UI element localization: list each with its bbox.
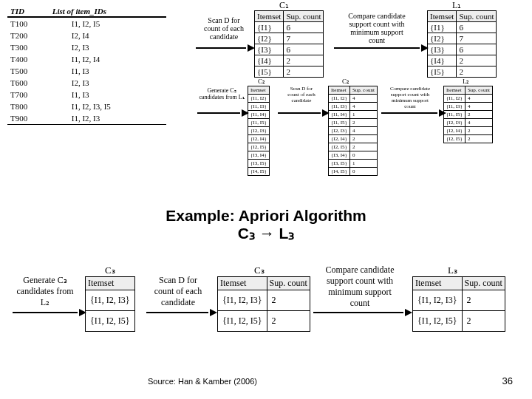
page-num: 36 [502,375,513,386]
cell: {I4} [428,55,457,66]
cell: 2 [465,135,492,143]
cell: {I2, I3} [444,119,466,127]
c1-table: ItemsetSup. count {I1}6{I2}7{I3}6{I4}2{I… [254,10,324,78]
cell: T900 [7,112,50,125]
cell: {I5} [255,66,284,78]
cell: T100 [7,17,50,30]
cell: {I3, I4} [329,151,350,160]
cell: T500 [7,65,50,77]
cell: I1, I2, I5 [50,17,166,30]
l3-h1: Sup. count [462,277,505,290]
cell: T200 [7,30,50,41]
cell: 2 [457,66,497,78]
cell: 2 [465,111,492,119]
cell: {I2, I4} [329,135,350,143]
cell: {I4, I5} [248,168,270,176]
l3-h0: Itemset [413,277,463,290]
cell: {I1, I4} [329,111,350,119]
cell: I1, I2, I3 [50,112,166,125]
cell: {I4} [255,55,284,66]
cell: {I2, I3} [329,127,350,135]
c2a-table: Itemset {I1, I2}{I1, I3}{I1, I4}{I1, I5}… [248,86,270,176]
l1-h0: Itemset [428,11,457,22]
cell: I1, I2, I4 [50,53,166,65]
cell: {I1, I2, I3} [218,290,267,311]
c2a-title: C₂ [258,78,265,85]
c3a-title: C₃ [105,265,115,276]
c3a-table: Itemset {I1, I2, I3}{I1, I2, I5} [85,276,135,332]
cell: T800 [7,100,50,112]
cell: {I1, I2, I5} [413,311,463,332]
cell: {I5} [428,66,457,78]
cell: {I1, I2} [248,95,270,103]
cell: 6 [457,22,497,33]
c1-h0: Itemset [255,11,284,22]
cell: {I1, I3} [444,103,466,111]
cell: {I2, I5} [444,135,466,143]
c3b-h1: Sup. count [267,277,310,290]
cell: {I4, I5} [329,168,350,176]
db-head-items: List of item_IDs [50,6,166,17]
source: Source: Han & Kamber (2006) [148,377,257,386]
cell: 0 [349,168,377,176]
cell: {I2, I5} [248,143,270,151]
cell: 6 [457,44,497,55]
scan-label-1: Scan D for count of each candidate [197,16,251,41]
cell: {I3} [255,44,284,55]
cell: 4 [349,95,377,103]
c3b-h0: Itemset [218,277,267,290]
cell: {I1, I5} [329,119,350,127]
cmp-label-1: Compare candidate support count with min… [332,12,421,44]
cell: I1, I3 [50,65,166,77]
cell: 2 [465,127,492,135]
gen-label-3: Generate C₃ candidates from L₂ [11,275,79,308]
gen-label-2: Generate C₂ candidates from L₁ [196,87,248,100]
cell: 1 [349,160,377,168]
cell: {I3, I5} [248,160,270,168]
cell: 7 [284,33,324,44]
cell: 2 [267,290,310,311]
cell: {I3} [428,44,457,55]
cell: {I3, I4} [248,151,270,160]
cell: {I1, I3} [329,103,350,111]
cell: I2, I3 [50,77,166,89]
cmp-label-2: Compare candidate support count with min… [381,86,440,109]
cell: 2 [267,311,310,332]
c1-h1: Sup. count [284,11,324,22]
cell: 1 [349,111,377,119]
l2-h1: Sup. count [465,86,492,95]
c3b-title: C₃ [254,265,265,276]
cell: 7 [457,33,497,44]
l1-title: L₁ [452,0,461,11]
cell: 6 [284,44,324,55]
cell: {I1} [428,22,457,33]
l2-h0: Itemset [444,86,466,95]
cell: {I1, I4} [248,111,270,119]
db-table: TIDList of item_IDs T100I1, I2, I5T200I2… [7,6,166,125]
l2-table: ItemsetSup. count {I1, I2}4{I1, I3}4{I1,… [443,86,493,143]
cell: {I3, I5} [329,160,350,168]
cmp-label-3: Compare candidate support count with min… [313,265,406,309]
cell: 2 [462,311,505,332]
cell: 4 [349,103,377,111]
scan-label-2: Scan D for count of each candidate [279,86,324,103]
cell: {I1, I3} [248,103,270,111]
cell: 0 [349,151,377,160]
l3-title: L₃ [448,265,457,276]
cell: T300 [7,41,50,53]
cell: I1, I2, I3, I5 [50,100,166,112]
cell: {I2, I3} [248,127,270,135]
cell: 4 [465,103,492,111]
cell: {I2} [255,33,284,44]
cell: {I1, I5} [248,119,270,127]
cell: {I1, I2} [444,95,466,103]
cell: {I1, I2, I3} [86,290,135,311]
c3b-table: ItemsetSup. count {I1, I2, I3}2{I1, I2, … [217,276,310,332]
cell: {I2, I4} [248,135,270,143]
db-head-tid: TID [7,6,50,17]
c2b-table: ItemsetSup. count {I1, I2}4{I1, I3}4{I1,… [328,86,378,176]
cell: {I2} [428,33,457,44]
cell: {I1, I5} [444,111,466,119]
c2b-h0: Itemset [329,86,350,95]
cell: T700 [7,89,50,100]
